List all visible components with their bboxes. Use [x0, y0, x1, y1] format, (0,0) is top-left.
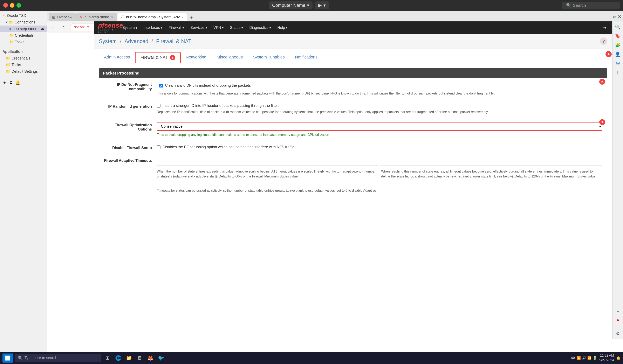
sidebar-credentials[interactable]: 📁 Credentials — [0, 32, 47, 39]
scrub-checkbox[interactable] — [157, 145, 160, 149]
window-close[interactable]: ✕ — [618, 14, 621, 20]
right-outlook-icon[interactable]: ✉ — [614, 59, 622, 67]
df-checkbox[interactable] — [159, 84, 163, 87]
nav-help[interactable]: Help ▾ — [274, 24, 290, 31]
bell-icon[interactable]: 🔔 — [15, 80, 20, 85]
tab-pfsense[interactable]: 🛡 hub-fw.home.arpa - System: Adv ✕ — [117, 13, 187, 21]
random-id-checkbox-row: Insert a stronger ID into IP header of p… — [157, 104, 602, 108]
pfsense-logo: pfsense COMMUNITY EDITION — [98, 22, 114, 33]
play-icon: ▶ — [318, 3, 322, 8]
window-restore[interactable]: ⧉ — [613, 15, 616, 19]
sidebar-hub-step-stone[interactable]: ● hub-step-stone ⏏ — [0, 25, 47, 32]
checkbox-wrapper-1: Clear invalid DF bits instead of droppin… — [157, 82, 602, 89]
nav-system[interactable]: System ▾ — [119, 24, 140, 31]
sidebar-tasks[interactable]: 📁 Tasks — [0, 39, 47, 45]
tab-firewall-nat[interactable]: Firewall & NAT 1 — [135, 52, 181, 63]
optimization-select[interactable]: Normal Conservative Aggressive — [157, 122, 602, 131]
badge-4: 4 — [605, 51, 612, 57]
taskbar-terminal-icon[interactable]: 🖥 — [135, 354, 144, 363]
breadcrumb-root[interactable]: System — [99, 38, 117, 44]
sidebar-oracle-section: ⚠ Oracle TSX ▾ 📁 Connections ● hub-step-… — [0, 11, 47, 47]
maximize-button[interactable] — [17, 3, 21, 8]
sidebar-default-settings[interactable]: 📁 Default Settings — [0, 68, 47, 75]
nav-diagnostics[interactable]: Diagnostics ▾ — [246, 24, 274, 31]
right-add-icon[interactable]: ＋ — [614, 307, 622, 315]
tab-overview[interactable]: ⊞ Overview — [49, 13, 76, 21]
clock-date: 5/27/2024 — [599, 358, 614, 363]
breadcrumb-parent[interactable]: Advanced — [124, 38, 148, 44]
sidebar-oracle-tsx[interactable]: ⚠ Oracle TSX — [0, 12, 47, 19]
tab-firewall-label: Firewall & NAT — [140, 55, 168, 60]
nav-status[interactable]: Status ▾ — [227, 24, 246, 31]
computer-name-button[interactable]: Computer Name ▾ — [269, 1, 312, 9]
adaptive-end-input[interactable]: 1958400 — [381, 158, 602, 166]
browser-tab-bar: ⊞ Overview ✕ hub-step-stone ✕ 🛡 hub-fw.h… — [47, 11, 623, 21]
sidebar-app-credentials[interactable]: 📁 Credentials — [0, 55, 47, 62]
spotlight-search[interactable]: 🔍 Search — [562, 2, 620, 9]
nav-interfaces-arrow: ▾ — [161, 25, 163, 30]
nav-interfaces[interactable]: Interfaces ▾ — [141, 24, 165, 31]
right-dot-icon[interactable] — [614, 316, 622, 324]
minimize-button[interactable] — [10, 3, 14, 8]
gear-icon[interactable]: ⚙ — [9, 80, 13, 85]
taskbar-edge-icon[interactable]: 🌐 — [114, 354, 123, 363]
tab-hub-close[interactable]: ✕ — [111, 16, 113, 19]
tab-admin-access[interactable]: Admin Access — [99, 52, 135, 63]
help-button[interactable]: ? — [600, 38, 607, 45]
tray-icon-4[interactable]: 📶 — [587, 356, 591, 360]
taskbar-right: ⌨ 🔼 🔊 📶 🔋 11:32 AM 5/27/2024 🔔 — [571, 353, 621, 363]
start-button[interactable] — [2, 354, 13, 363]
logout-icon[interactable]: ➜ — [601, 23, 608, 32]
right-extensions-icon[interactable]: 🧩 — [614, 41, 622, 49]
nav-services[interactable]: Services ▾ — [187, 24, 210, 31]
taskbar-clock[interactable]: 11:32 AM 5/27/2024 — [599, 353, 614, 363]
nav-status-label: Status — [230, 25, 240, 30]
adaptive-start-input[interactable]: 979200 — [157, 158, 378, 166]
taskbar-folder-icon[interactable]: 📁 — [124, 354, 134, 363]
right-search-icon[interactable]: 🔍 — [614, 23, 622, 31]
tab-hub-step-stone[interactable]: ✕ hub-step-stone ✕ — [76, 13, 117, 21]
nav-right: ➜ — [601, 23, 608, 32]
window-minimize[interactable]: ─ — [608, 14, 611, 20]
new-tab-button[interactable]: ＋ — [188, 14, 195, 21]
default-settings-folder-icon: 📁 — [6, 69, 10, 74]
right-profile-icon[interactable]: 👤 — [614, 50, 622, 59]
right-teams-icon[interactable]: T — [614, 68, 622, 77]
tab-networking[interactable]: Networking — [181, 52, 212, 63]
sidebar-connections[interactable]: ▾ 📁 Connections — [0, 19, 47, 25]
eject-icon: ⏏ — [41, 26, 44, 31]
df-checkbox-row: Clear invalid DF bits instead of droppin… — [157, 82, 253, 89]
taskbar-bird-icon[interactable]: 🐦 — [156, 354, 166, 363]
taskbar-view-icon[interactable]: ⊞ — [103, 354, 112, 363]
tab-pfsense-close[interactable]: ✕ — [181, 16, 184, 19]
tray-icon-3[interactable]: 🔊 — [582, 356, 586, 360]
sidebar-app-tasks-label: Tasks — [12, 63, 21, 67]
nav-vpn[interactable]: VPN ▾ — [211, 24, 227, 31]
nav-firewall[interactable]: Firewall ▾ — [166, 24, 187, 31]
tab-notifications-label: Notifications — [295, 55, 317, 59]
notification-center-icon[interactable]: 🔔 — [616, 356, 621, 360]
nav-vpn-arrow: ▾ — [222, 25, 224, 30]
pfsense-nav-menu: System ▾ Interfaces ▾ Firewall ▾ Service… — [119, 24, 290, 31]
refresh-button[interactable]: ↻ — [60, 23, 68, 31]
tab-overview-label: Overview — [57, 15, 72, 19]
right-bookmark-icon[interactable]: 🔖 — [614, 32, 622, 40]
plus-icon[interactable]: ＋ — [2, 80, 7, 85]
packet-processing-section: Packet Processing IP Do-Not-Fragment com… — [99, 68, 607, 197]
close-button[interactable] — [3, 3, 8, 8]
sidebar-app-tasks[interactable]: 📁 Tasks — [0, 62, 47, 68]
tab-notifications[interactable]: Notifications — [290, 52, 323, 63]
tab-system-tunables[interactable]: System Tunables — [248, 52, 290, 63]
random-id-checkbox[interactable] — [157, 104, 160, 108]
taskbar-firefox-icon[interactable]: 🦊 — [146, 354, 155, 363]
breadcrumb-current: Firewall & NAT — [156, 38, 191, 44]
activity-button[interactable]: ▶ ▾ — [315, 1, 329, 9]
tab-miscellaneous[interactable]: Miscellaneous — [212, 52, 248, 63]
tray-icon-2[interactable]: 🔼 — [577, 356, 581, 360]
tray-icon-5[interactable]: 🔋 — [593, 356, 597, 360]
right-settings-icon[interactable]: ⚙ — [614, 329, 622, 338]
back-button[interactable]: ← — [49, 23, 58, 31]
tray-icon-1[interactable]: ⌨ — [571, 356, 576, 360]
clock-time: 11:32 AM — [599, 353, 614, 358]
taskbar-search[interactable]: 🔍 Type here to search — [15, 354, 101, 362]
